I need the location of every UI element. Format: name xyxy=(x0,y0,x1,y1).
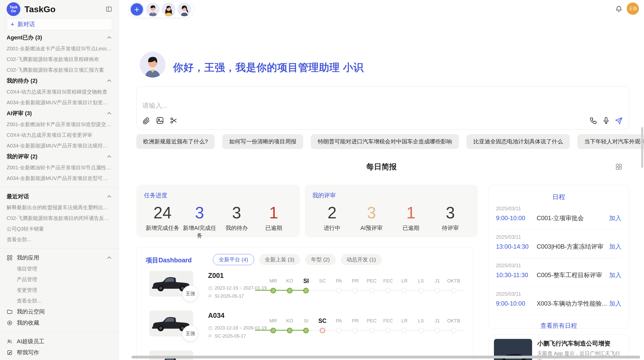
join-button[interactable]: 加入 xyxy=(609,243,621,251)
list-item[interactable]: 公司Q3轻卡销量 xyxy=(7,223,112,234)
milestone-dot xyxy=(402,288,407,293)
sidebar-item-change-mgmt[interactable]: 变更管理 xyxy=(7,285,112,295)
milestone-label: PR xyxy=(352,277,359,285)
user-avatar[interactable]: 王强 xyxy=(627,3,639,15)
schedule-time: 13:00-14:30 xyxy=(496,243,537,250)
sidebar-item-my-apps[interactable]: 我的应用 xyxy=(7,252,112,263)
section-my-todo[interactable]: 我的待办 (2) xyxy=(7,75,112,86)
owner-badge: 王强 xyxy=(182,325,198,342)
image-icon[interactable] xyxy=(156,116,164,125)
microphone-icon[interactable] xyxy=(602,116,610,125)
project-code[interactable]: Z001 xyxy=(208,272,224,280)
view-all-link[interactable]: 查看全部... xyxy=(7,295,112,306)
filter-chip[interactable]: 动总开发 (1) xyxy=(341,254,382,265)
join-button[interactable]: 加入 xyxy=(609,214,621,222)
sidebar-item-project-mgmt[interactable]: 项目管理 xyxy=(7,263,112,274)
horizontal-scrollbar[interactable] xyxy=(131,356,640,358)
vertical-scrollbar[interactable] xyxy=(641,127,643,168)
divider xyxy=(0,332,119,332)
notification-bell-icon[interactable] xyxy=(615,5,623,13)
list-item[interactable]: A034-全新新能源MUV产品开发项目法规符合性评审 xyxy=(7,140,112,151)
scissors-icon[interactable] xyxy=(170,116,178,125)
send-icon[interactable] xyxy=(615,116,623,125)
milestone-label: J1 xyxy=(435,317,440,325)
milestone-dot xyxy=(402,328,407,333)
milestone-label: PR xyxy=(352,317,359,325)
agent-avatar-1[interactable] xyxy=(146,3,160,16)
sidebar-collapse-icon[interactable] xyxy=(106,6,112,12)
join-button[interactable]: 加入 xyxy=(609,271,621,279)
sidebar-item-creative-draw[interactable]: 创意制图 xyxy=(7,358,112,360)
filter-chip[interactable]: 年型 (2) xyxy=(305,254,336,265)
join-button[interactable]: 加入 xyxy=(609,299,621,308)
project-flag: SC-2025-05-17 xyxy=(208,334,246,339)
view-all-schedule-link[interactable]: 查看所有日程 xyxy=(496,322,621,330)
list-item[interactable]: Z001-全新燃油皮卡产品开发项目SI节点Lesson Learn报告 xyxy=(7,43,112,54)
suggestion-chips: 欧洲新规最近颁布了什么? 如何写一份清晰的项目周报 特朗普可能对进口汽车增税会对… xyxy=(136,134,644,149)
filter-chip[interactable]: 全新平台 (4) xyxy=(213,254,254,265)
milestone-dot xyxy=(451,288,457,293)
list-item[interactable]: C0X4-动力总成开发项目SI里程碑提交物检查 xyxy=(7,86,112,97)
sidebar-item-favorites[interactable]: 我的收藏 xyxy=(7,317,112,328)
schedule-event: C003|H0B-方案冻结评审 xyxy=(537,243,609,251)
list-item[interactable]: C02-飞腾新能源轻客改款项目的闭环通告反馈情况 xyxy=(7,213,112,223)
sidebar: Task Go TaskGo + 新对话 Agent已办 (3) Z001-全新… xyxy=(0,0,119,360)
milestone-dot xyxy=(303,328,309,333)
medal-icon xyxy=(7,320,13,326)
sidebar-item-help-write[interactable]: 帮我写作 xyxy=(7,347,112,358)
flag-icon xyxy=(208,334,213,339)
suggestion-chip[interactable]: 当下年轻人对汽车外观有怎样的喜好趋势 xyxy=(577,134,644,149)
schedule-card: 日程 2025/03/11 9:00-10:00C001-立项审批会加入 202… xyxy=(488,185,629,328)
phone-icon[interactable] xyxy=(589,116,597,125)
stat-value: 1 xyxy=(391,203,431,222)
stat-row: 2进行中 3AI预评审 1已逾期 3待评审 xyxy=(312,203,470,232)
app-title: TaskGo xyxy=(24,4,55,14)
chevron-up-icon xyxy=(107,155,111,159)
stat-label: 进行中 xyxy=(312,224,352,232)
suggestion-chip[interactable]: 欧洲新规最近颁布了什么? xyxy=(136,134,215,149)
suggestion-chip[interactable]: 特朗普可能对进口汽车增税会对中国车企造成哪些影响 xyxy=(311,134,459,149)
agent-avatar-3[interactable] xyxy=(178,3,191,16)
section-my-review[interactable]: 我的评审 (2) xyxy=(7,151,112,162)
list-item[interactable]: C0X4-动力总成开发项目工程变更评审 xyxy=(7,130,112,140)
chevron-up-icon xyxy=(107,256,111,260)
stat-label: 已逾期 xyxy=(255,224,292,232)
stat: 3待评审 xyxy=(431,203,470,232)
section-agent-done[interactable]: Agent已办 (3) xyxy=(7,32,112,43)
stat: 1已逾期 xyxy=(255,203,292,239)
sidebar-item-label: AI超级员工 xyxy=(17,338,45,345)
section-ai-review[interactable]: AI评审 (3) xyxy=(7,108,112,119)
milestone-label: PEC xyxy=(367,277,377,285)
message-composer[interactable]: 请输入... xyxy=(136,86,629,129)
schedule-item: 2025/03/11 13:00-14:30C003|H0B-方案冻结评审加入 xyxy=(496,230,621,258)
sidebar-item-product-mgmt[interactable]: 产品管理 xyxy=(7,274,112,285)
list-item[interactable]: C02-飞腾新能源轻客改款项目立项汇报方案 xyxy=(7,65,112,75)
stat: 2进行中 xyxy=(312,203,352,232)
list-item[interactable]: Z001-全新燃油轻卡产品开发项目SI节点属性5D文件评审 xyxy=(7,162,112,173)
list-item[interactable]: A034-全新新能源MUV产品开发项目计划变更表编写 xyxy=(7,97,112,108)
stat-row: 24新增完成任务 3新增AI完成任务 3我的待办 1已逾期 xyxy=(144,203,292,239)
suggestion-chip[interactable]: 比亚迪全固态电池计划具体说了什么 xyxy=(466,134,570,149)
stat: 3我的待办 xyxy=(218,203,255,239)
filter-chip[interactable]: 全新上装 (3) xyxy=(259,254,300,265)
list-item[interactable]: Z001-全新燃油轻卡产品开发项目SI造型提交物评审 xyxy=(7,119,112,130)
project-code[interactable]: A034 xyxy=(208,312,225,320)
new-chat-button[interactable]: + 新对话 xyxy=(7,18,112,30)
suggestion-chip[interactable]: 如何写一份清晰的项目周报 xyxy=(222,134,303,149)
list-item[interactable]: 解释最新出台的欧盟报废车法规再生塑料比例被调至15%... xyxy=(7,202,112,213)
sidebar-item-cloud-space[interactable]: 我的云空间 xyxy=(7,306,112,317)
list-item[interactable]: A034-全新新能源MUV产品开发项目造型可行性评审 xyxy=(7,173,112,184)
add-agent-button[interactable]: + xyxy=(130,2,144,17)
stat-value: 3 xyxy=(218,203,255,222)
flag-icon xyxy=(208,294,213,299)
section-title: Agent已办 (3) xyxy=(7,34,42,41)
section-recent-chats[interactable]: 最近对话 xyxy=(7,191,112,202)
sidebar-item-ai-super-staff[interactable]: AI超级员工 xyxy=(7,336,112,347)
agent-avatar-2[interactable] xyxy=(162,3,175,16)
attachment-icon[interactable] xyxy=(142,116,150,125)
milestone-label-current: SI xyxy=(303,277,309,285)
section-title: 最近对话 xyxy=(7,193,29,200)
layout-grid-icon[interactable] xyxy=(615,163,622,170)
list-item[interactable]: C02-飞腾新能源轻客改款项目里程碑画布 xyxy=(7,54,112,65)
view-all-link[interactable]: 查看全部... xyxy=(7,234,112,245)
